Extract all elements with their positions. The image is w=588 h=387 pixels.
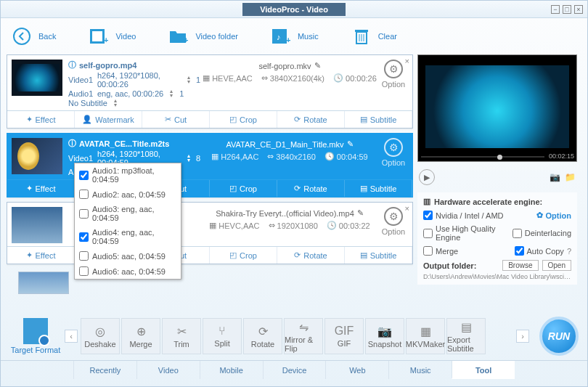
- tool-icon: 📷: [377, 325, 392, 338]
- stream-stepper[interactable]: ▴▾: [185, 76, 192, 84]
- crop-button[interactable]: ◰Crop: [210, 180, 277, 197]
- tab-tool[interactable]: Tool: [452, 361, 515, 379]
- hw-option-button[interactable]: ✿Option: [536, 211, 571, 220]
- codec-option-button[interactable]: ⚙: [384, 60, 403, 78]
- deinterlace-checkbox[interactable]: Deinterlacing: [513, 229, 571, 238]
- edit-name-icon[interactable]: ✎: [347, 139, 354, 149]
- toolbox-export-subtitle[interactable]: ▤Export Subtitle: [446, 318, 486, 354]
- effect-button[interactable]: ✦Effect: [7, 247, 75, 264]
- rotate-button[interactable]: ⟳Rotate: [277, 180, 345, 197]
- watermark-button[interactable]: 👤Watermark: [75, 111, 142, 128]
- toolbox-mkvmaker[interactable]: ▦MKVMaker: [406, 318, 445, 354]
- open-button[interactable]: Open: [542, 260, 571, 271]
- watermark-icon: 👤: [82, 115, 92, 124]
- effect-button[interactable]: ✦Effect: [7, 180, 75, 197]
- nvidia-checkbox[interactable]: Nvidia / Intel / AMD: [423, 211, 504, 220]
- duration-info: 🕓 00:00:26: [333, 73, 377, 83]
- top-toolbar: Back + Video + Video folder ♪+ Music Cle…: [1, 18, 587, 54]
- file-name: AVATAR_CE...Title.m2ts: [79, 139, 169, 148]
- subtitle-icon: ▤: [360, 184, 367, 193]
- browse-button[interactable]: Browse: [502, 260, 538, 271]
- tab-device[interactable]: Device: [263, 361, 326, 379]
- tool-icon: ▤: [461, 320, 472, 334]
- close-button[interactable]: ×: [574, 5, 583, 14]
- stream-stepper[interactable]: ▴▾: [112, 99, 119, 107]
- video-item[interactable]: × Shakira-Try Everyt..(official Video).m…: [7, 202, 413, 264]
- tool-icon: ✂: [177, 325, 187, 338]
- preview-player[interactable]: 00:02:15: [417, 54, 577, 162]
- toolbox-snapshot[interactable]: 📷Snapshot: [365, 318, 404, 354]
- audio-track-option[interactable]: Audio3: eng, aac, 0:04:59: [75, 202, 181, 225]
- audio-track-option[interactable]: Audio5: aac, 0:04:59: [75, 248, 181, 264]
- add-video-button[interactable]: + Video: [88, 25, 136, 47]
- edit-name-icon[interactable]: ✎: [314, 61, 321, 70]
- subtitle-button[interactable]: ▤Subtitle: [345, 180, 412, 197]
- effect-button[interactable]: ✦Effect: [7, 111, 75, 128]
- autocopy-checkbox[interactable]: Auto Copy ?: [515, 246, 572, 256]
- audio-track-option[interactable]: Audio6: aac, 0:04:59: [75, 264, 181, 279]
- option-label: Option: [382, 227, 405, 236]
- snapshot-icon[interactable]: 📷: [550, 172, 560, 182]
- add-music-button[interactable]: ♪+ Music: [270, 25, 319, 47]
- codec-option-button[interactable]: ⚙: [384, 207, 403, 226]
- subtitle-button[interactable]: ▤Subtitle: [345, 247, 412, 264]
- file-name: self-gopro.mp4: [79, 61, 136, 70]
- hq-checkbox[interactable]: Use High Quality Engine: [423, 224, 513, 242]
- stream-stepper[interactable]: ▴▾: [168, 89, 175, 98]
- toolbox-merge[interactable]: ⊕Merge: [121, 318, 160, 354]
- crop-button[interactable]: ◰Crop: [210, 111, 277, 128]
- seek-bar[interactable]: [421, 156, 544, 158]
- effect-icon: ✦: [26, 184, 33, 193]
- svg-text:♪: ♪: [277, 33, 281, 41]
- tab-mobile[interactable]: Mobile: [200, 361, 263, 379]
- video-item-selected[interactable]: × ⓘAVATAR_CE...Title.m2ts Video1h264, 19…: [7, 133, 413, 197]
- tab-music[interactable]: Music: [388, 361, 452, 379]
- option-label: Option: [382, 158, 405, 167]
- stream-stepper[interactable]: ▴▾: [185, 154, 192, 163]
- toolbox-split[interactable]: ⑂Split: [203, 318, 242, 354]
- open-folder-icon[interactable]: 📁: [565, 172, 576, 182]
- video-item[interactable]: × ⓘself-gopro.mp4 Video1h264, 1920*1080,…: [7, 54, 413, 129]
- clear-button[interactable]: Clear: [351, 25, 397, 47]
- toolbox-rotate[interactable]: ⟳Rotate: [243, 318, 282, 354]
- merge-checkbox[interactable]: Merge: [423, 246, 458, 256]
- toolbox-trim[interactable]: ✂Trim: [162, 318, 201, 354]
- rotate-button[interactable]: ⟳Rotate: [277, 111, 345, 128]
- toolbox-deshake[interactable]: ◎Deshake: [81, 318, 120, 354]
- cut-button[interactable]: ✂Cut: [142, 111, 210, 128]
- crop-icon: ◰: [229, 115, 237, 124]
- maximize-button[interactable]: □: [563, 5, 571, 14]
- rotate-button[interactable]: ⟳Rotate: [277, 247, 345, 264]
- run-button[interactable]: RUN: [539, 317, 579, 356]
- audio-track-dropdown[interactable]: Audio1: mp3float, 0:04:59Audio2: aac, 0:…: [74, 163, 181, 280]
- minimize-button[interactable]: −: [551, 5, 560, 14]
- info-icon: ⓘ: [68, 138, 76, 149]
- seek-handle[interactable]: [497, 155, 502, 160]
- folder-label: Video folder: [195, 32, 238, 41]
- back-button[interactable]: Back: [11, 25, 56, 47]
- audio-track-option[interactable]: Audio4: eng, aac, 0:04:59: [75, 225, 181, 248]
- add-folder-button[interactable]: + Video folder: [168, 25, 238, 47]
- play-button[interactable]: ▶: [419, 169, 435, 185]
- tab-web[interactable]: Web: [325, 361, 388, 379]
- toolbox-gif[interactable]: GIFGIF: [324, 318, 364, 354]
- audio-track-option[interactable]: Audio2: aac, 0:04:59: [75, 187, 181, 202]
- tab-video[interactable]: Video: [136, 361, 200, 379]
- output-folder-label: Output folder:: [423, 261, 476, 270]
- output-folder-path: D:\Users\Andrew\Movies\Mac Video Library…: [423, 273, 571, 280]
- crop-button[interactable]: ◰Crop: [210, 247, 277, 264]
- edit-name-icon[interactable]: ✎: [357, 208, 364, 218]
- toolbox-mirror-flip[interactable]: ⇋Mirror & Flip: [284, 318, 323, 354]
- codec-option-button[interactable]: ⚙: [384, 138, 403, 157]
- toolbox-prev-button[interactable]: ‹: [65, 330, 78, 343]
- svg-rect-2: [92, 31, 102, 41]
- subtitle-button[interactable]: ▤Subtitle: [345, 111, 412, 128]
- toolbox-next-button[interactable]: ›: [516, 330, 529, 343]
- audio-track-option[interactable]: Audio1: mp3float, 0:04:59: [75, 163, 181, 187]
- tool-icon: GIF: [335, 325, 354, 338]
- help-icon[interactable]: ?: [567, 247, 571, 256]
- info-icon: ⓘ: [68, 60, 76, 70]
- tab-recently[interactable]: Recently: [73, 361, 136, 379]
- target-format-label: Target Format: [11, 346, 60, 354]
- target-format-button[interactable]: Target Format: [9, 318, 62, 354]
